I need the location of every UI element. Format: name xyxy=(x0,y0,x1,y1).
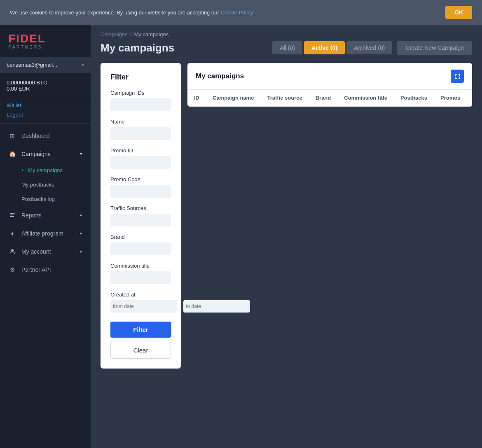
filter-field-campaign-ids: Campaign IDs xyxy=(110,90,171,111)
filter-label-traffic-sources: Traffic Sources xyxy=(110,205,171,211)
breadcrumb-separator: / xyxy=(130,31,132,37)
campaign-ids-input[interactable] xyxy=(110,98,171,111)
create-campaign-button[interactable]: Create New Campaign xyxy=(397,41,472,55)
chevron-down-icon: ▾ xyxy=(82,62,84,68)
chevron-icon: ▸ xyxy=(80,231,82,236)
col-postbacks: Postbacks xyxy=(394,90,434,106)
sidebar-item-postbackslog[interactable]: Postbacks log xyxy=(0,192,91,206)
table-panel: My campaigns ID Campaign name Traffic so… xyxy=(187,63,472,107)
filter-field-name: Name xyxy=(110,119,171,140)
dot-icon: • xyxy=(21,167,23,173)
sidebar-item-affiliate[interactable]: ♦ Affiliate program ▸ xyxy=(0,224,91,243)
chevron-icon: ▸ xyxy=(80,212,82,218)
sidebar-item-partnerapi[interactable]: ⚙ Partner API xyxy=(0,261,91,279)
tab-archived[interactable]: Archived (0) xyxy=(346,41,392,54)
cookie-ok-button[interactable]: OK xyxy=(445,6,472,19)
filter-label-promo-code: Promo Code xyxy=(110,176,171,182)
submenu-label: My campaigns xyxy=(28,167,63,173)
cookie-text: We use cookies to improve your experienc… xyxy=(10,9,220,16)
date-to-input[interactable] xyxy=(183,300,250,313)
sidebar-item-label: Dashboard xyxy=(21,133,50,139)
wallet-link[interactable]: Wallet xyxy=(7,100,84,110)
table-header-row: ID Campaign name Traffic source Brand Co… xyxy=(187,90,472,106)
tab-active[interactable]: Active (0) xyxy=(304,41,345,54)
traffic-sources-input[interactable] xyxy=(110,214,171,226)
main-content: Campaigns / My campaigns My campaigns Al… xyxy=(91,25,482,448)
sidebar-item-dashboard[interactable]: ⊞ Dashboard xyxy=(0,127,91,145)
content-row: Filter Campaign IDs Name Promo ID Promo … xyxy=(101,63,472,369)
filter-field-traffic-sources: Traffic Sources xyxy=(110,205,171,226)
dashboard-icon: ⊞ xyxy=(8,132,16,140)
tab-all[interactable]: All (0) xyxy=(272,41,302,54)
logo-partners: PARTNERS xyxy=(8,44,82,49)
svg-rect-1 xyxy=(10,215,13,215)
date-range: – xyxy=(110,300,171,313)
sidebar-item-label: Campaigns xyxy=(21,151,51,157)
sidebar-item-myaccount[interactable]: My account ▸ xyxy=(0,243,91,261)
col-promos: Promos xyxy=(434,90,467,106)
filter-button[interactable]: Filter xyxy=(110,322,171,338)
breadcrumb-current: My campaigns xyxy=(134,31,168,37)
commission-title-input[interactable] xyxy=(110,271,171,284)
campaigns-submenu: • My campaigns My postbacks Postbacks lo… xyxy=(0,163,91,206)
table-header: My campaigns xyxy=(187,63,472,90)
col-created-at: Created at xyxy=(467,90,472,106)
filter-label-brand: Brand xyxy=(110,234,171,240)
cookie-banner: We use cookies to improve your experienc… xyxy=(0,0,482,25)
col-traffic-source: Traffic source xyxy=(260,90,309,106)
account-email: benzemaa3@gmail... xyxy=(7,62,57,68)
sidebar-item-mycampaigns[interactable]: • My campaigns xyxy=(0,163,91,177)
col-commission-title: Commission title xyxy=(337,90,394,106)
filter-label-promo-id: Promo ID xyxy=(110,147,171,154)
expand-button[interactable] xyxy=(451,70,464,83)
breadcrumb: Campaigns / My campaigns xyxy=(101,25,472,41)
filter-label-created-at: Created at xyxy=(110,292,171,298)
col-campaign-name: Campaign name xyxy=(206,90,260,106)
sidebar-item-label: My account xyxy=(21,248,51,255)
svg-rect-2 xyxy=(10,216,14,217)
filter-title: Filter xyxy=(110,73,171,82)
page-header: My campaigns All (0) Active (0) Archived… xyxy=(101,41,472,55)
sidebar-item-label: Affiliate program xyxy=(21,230,63,237)
filter-field-promo-code: Promo Code xyxy=(110,176,171,198)
sidebar-logo: FIDEL PARTNERS xyxy=(0,25,91,54)
logout-link[interactable]: Logout xyxy=(7,110,84,119)
clear-button[interactable]: Clear xyxy=(110,342,171,359)
breadcrumb-parent[interactable]: Campaigns xyxy=(101,31,128,37)
cookie-message: We use cookies to improve your experienc… xyxy=(10,9,439,16)
balance-btc: 0.00000000 BTC xyxy=(7,79,84,86)
sidebar: FIDEL PARTNERS benzemaa3@gmail... ▾ 0.00… xyxy=(0,25,91,448)
col-brand: Brand xyxy=(309,90,338,106)
svg-rect-0 xyxy=(10,213,15,214)
brand-input[interactable] xyxy=(110,243,171,255)
filter-label-commission-title: Commission title xyxy=(110,263,171,269)
affiliate-icon: ♦ xyxy=(8,229,16,238)
chevron-icon: ▸ xyxy=(80,249,82,254)
col-id: ID xyxy=(187,90,206,106)
cookie-policy-link[interactable]: Cookie Policy xyxy=(220,9,253,16)
reports-icon xyxy=(8,211,16,219)
sidebar-item-campaigns[interactable]: 🏠 Campaigns ▾ xyxy=(0,145,91,163)
filter-field-created-at: Created at – xyxy=(110,292,171,313)
logo-fidel: FIDEL xyxy=(8,33,82,44)
table-title: My campaigns xyxy=(196,72,244,80)
filter-label-campaign-ids: Campaign IDs xyxy=(110,90,171,96)
filter-panel: Filter Campaign IDs Name Promo ID Promo … xyxy=(101,63,181,369)
page-title: My campaigns xyxy=(101,42,174,54)
promo-code-input[interactable] xyxy=(110,185,171,198)
date-separator: – xyxy=(179,303,182,310)
sidebar-item-label: Reports xyxy=(21,212,42,219)
chevron-icon: ▾ xyxy=(80,151,82,156)
date-from-input[interactable] xyxy=(110,300,177,313)
filter-field-brand: Brand xyxy=(110,234,171,255)
home-icon: 🏠 xyxy=(8,150,16,158)
account-selector[interactable]: benzemaa3@gmail... ▾ xyxy=(0,57,91,73)
table-head: ID Campaign name Traffic source Brand Co… xyxy=(187,90,472,106)
sidebar-item-reports[interactable]: Reports ▸ xyxy=(0,206,91,224)
sidebar-item-mypostbacks[interactable]: My postbacks xyxy=(0,177,91,192)
promo-id-input[interactable] xyxy=(110,156,171,169)
balance-eur: 0.00 EUR xyxy=(7,86,84,92)
name-input[interactable] xyxy=(110,127,171,140)
filter-label-name: Name xyxy=(110,119,171,125)
api-icon: ⚙ xyxy=(8,266,16,274)
